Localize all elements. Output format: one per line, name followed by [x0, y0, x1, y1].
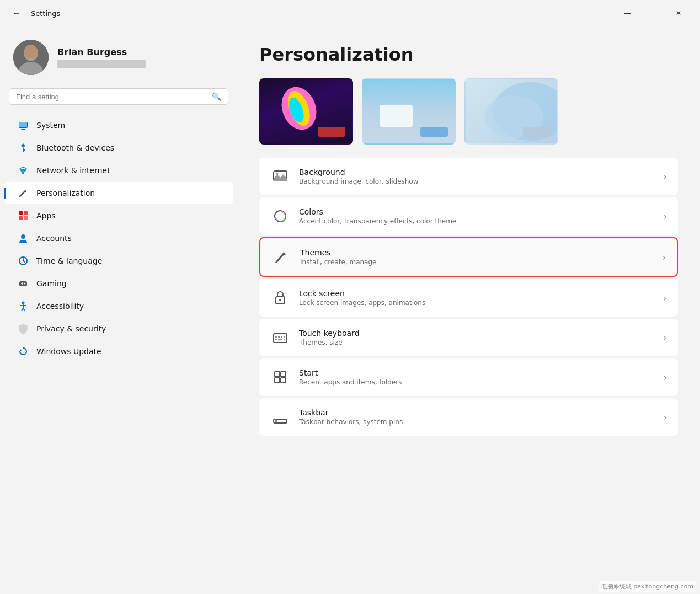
- watermark: 电脑系统城 pexitongcheng.com: [599, 581, 696, 592]
- network-icon: [18, 165, 29, 176]
- avatar-image: [13, 40, 49, 75]
- sidebar-item-apps[interactable]: Apps: [4, 205, 233, 227]
- sidebar-item-personalization[interactable]: Personalization: [4, 182, 233, 204]
- avatar: [13, 40, 49, 75]
- sidebar-nav: System Bluetooth & devices Network & int…: [0, 114, 237, 363]
- setting-desc-themes: Install, create, manage: [300, 258, 654, 266]
- setting-title-colors: Colors: [299, 207, 655, 216]
- chevron-icon-colors: ›: [664, 211, 667, 222]
- sidebar-item-privacy[interactable]: Privacy & security: [4, 318, 233, 340]
- colors-icon: [270, 206, 290, 226]
- maximize-button[interactable]: □: [640, 4, 666, 22]
- setting-item-themes[interactable]: Themes Install, create, manage ›: [259, 237, 678, 277]
- search-section: 🔍: [0, 88, 237, 114]
- theme-preview-light[interactable]: [362, 78, 456, 145]
- svg-rect-44: [278, 336, 280, 338]
- svg-rect-51: [281, 372, 286, 377]
- profile-section: Brian Burgess: [0, 31, 237, 88]
- svg-rect-13: [19, 216, 23, 220]
- accessibility-icon: [18, 301, 29, 312]
- privacy-icon: [18, 323, 29, 334]
- svg-rect-11: [19, 211, 23, 215]
- setting-item-touchkeyboard[interactable]: Touch keyboard Themes, size ›: [259, 319, 678, 356]
- setting-item-colors[interactable]: Colors Accent color, transparency effect…: [259, 197, 678, 235]
- theme-blue-minibar: [523, 127, 551, 137]
- setting-text-taskbar: Taskbar Taskbar behaviors, system pins: [299, 408, 655, 426]
- theme-preview-dark[interactable]: [259, 78, 353, 145]
- update-icon: [18, 346, 29, 357]
- sidebar-item-system[interactable]: System: [4, 114, 233, 136]
- sidebar-item-label-apps: Apps: [36, 211, 56, 220]
- sidebar-item-update[interactable]: Windows Update: [4, 340, 233, 362]
- svg-rect-47: [275, 339, 277, 340]
- sidebar-item-accessibility[interactable]: Accessibility: [4, 295, 233, 317]
- setting-text-touchkeyboard: Touch keyboard Themes, size: [299, 329, 655, 346]
- svg-rect-48: [278, 339, 282, 340]
- sidebar-item-time[interactable]: Time & language: [4, 250, 233, 272]
- sidebar-item-label-accounts: Accounts: [36, 234, 72, 243]
- sidebar-item-accounts[interactable]: Accounts: [4, 227, 233, 249]
- minimize-button[interactable]: —: [615, 4, 640, 22]
- accounts-icon: [18, 233, 29, 244]
- svg-rect-6: [21, 129, 25, 130]
- svg-rect-50: [275, 372, 280, 377]
- setting-text-colors: Colors Accent color, transparency effect…: [299, 207, 655, 225]
- setting-title-start: Start: [299, 368, 655, 377]
- svg-rect-49: [284, 339, 285, 340]
- setting-item-background[interactable]: Background Background image, color, slid…: [259, 158, 678, 195]
- setting-text-lockscreen: Lock screen Lock screen images, apps, an…: [299, 289, 655, 307]
- window-controls: — □ ✕: [615, 4, 691, 22]
- setting-item-taskbar[interactable]: Taskbar Taskbar behaviors, system pins ›: [259, 398, 678, 436]
- themes-icon: [271, 247, 291, 267]
- svg-line-18: [23, 261, 25, 262]
- setting-desc-background: Background image, color, slideshow: [299, 178, 655, 185]
- theme-dark-minibar: [318, 127, 345, 137]
- start-icon: [270, 367, 290, 387]
- svg-rect-55: [275, 420, 277, 422]
- setting-title-lockscreen: Lock screen: [299, 289, 655, 298]
- theme-preview-blue[interactable]: [464, 78, 558, 145]
- svg-rect-45: [281, 336, 282, 338]
- profile-info: Brian Burgess: [57, 47, 146, 68]
- titlebar: ← Settings — □ ✕: [0, 0, 700, 26]
- svg-rect-14: [24, 216, 28, 220]
- setting-item-start[interactable]: Start Recent apps and items, folders ›: [259, 358, 678, 396]
- search-box[interactable]: 🔍: [9, 88, 228, 105]
- sidebar-item-network[interactable]: Network & internet: [4, 159, 233, 181]
- setting-item-lockscreen[interactable]: Lock screen Lock screen images, apps, an…: [259, 279, 678, 317]
- svg-rect-42: [274, 334, 287, 343]
- close-button[interactable]: ✕: [666, 4, 691, 22]
- bluetooth-icon: [18, 142, 29, 153]
- svg-rect-52: [275, 378, 280, 383]
- back-button[interactable]: ←: [9, 6, 24, 21]
- chevron-icon-themes: ›: [662, 252, 666, 263]
- svg-point-8: [22, 172, 24, 174]
- sidebar-item-bluetooth[interactable]: Bluetooth & devices: [4, 137, 233, 159]
- search-input[interactable]: [16, 93, 207, 101]
- sidebar-item-label-network: Network & internet: [36, 166, 110, 175]
- setting-text-themes: Themes Install, create, manage: [300, 248, 654, 266]
- svg-point-35: [276, 173, 279, 175]
- settings-list: Background Background image, color, slid…: [259, 158, 678, 436]
- svg-rect-46: [284, 336, 285, 338]
- setting-title-background: Background: [299, 168, 655, 176]
- sidebar-item-gaming[interactable]: Gaming: [4, 272, 233, 295]
- sidebar-item-label-privacy: Privacy & security: [36, 324, 106, 333]
- touchkeyboard-icon: [270, 328, 290, 347]
- setting-desc-colors: Accent color, transparency effects, colo…: [299, 217, 655, 225]
- sidebar: Brian Burgess 🔍 System Bluetooth & devic…: [0, 26, 237, 594]
- svg-line-39: [276, 260, 278, 263]
- sidebar-item-label-update: Windows Update: [36, 347, 101, 356]
- theme-previews: [259, 78, 678, 145]
- svg-line-27: [23, 308, 25, 311]
- lockscreen-icon: [270, 288, 290, 308]
- setting-desc-taskbar: Taskbar behaviors, system pins: [299, 418, 655, 426]
- svg-rect-43: [275, 336, 277, 338]
- sidebar-item-label-bluetooth: Bluetooth & devices: [36, 143, 114, 152]
- page-title: Personalization: [259, 44, 678, 65]
- sidebar-item-label-time: Time & language: [36, 256, 102, 265]
- titlebar-title: Settings: [31, 9, 60, 18]
- setting-desc-start: Recent apps and items, folders: [299, 378, 655, 386]
- svg-marker-28: [20, 349, 22, 351]
- sidebar-item-label-system: System: [36, 121, 65, 130]
